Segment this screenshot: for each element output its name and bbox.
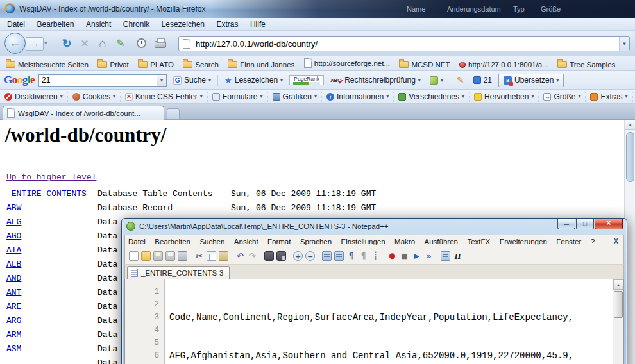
webdev-quelltext[interactable]: Quelltext: [633, 92, 635, 102]
home-button[interactable]: [95, 37, 110, 51]
close-document-x-icon[interactable]: [614, 237, 618, 245]
macro-stop-icon[interactable]: [400, 251, 409, 261]
tab-wsgidav[interactable]: WsgiDAV - Index of /world-db/count...: [3, 106, 164, 120]
search-history-dropdown-icon[interactable]: [157, 75, 166, 86]
copy-icon[interactable]: [207, 251, 216, 261]
tab-bar-stub[interactable]: [167, 108, 180, 120]
translate-button[interactable]: Übersetzen: [498, 74, 564, 87]
webdev-css[interactable]: Keine CSS-Fehler: [121, 92, 208, 102]
show-all-chars-icon[interactable]: [359, 251, 368, 261]
entry-link[interactable]: ABW: [6, 203, 21, 213]
google-search-button[interactable]: Suche: [171, 74, 214, 86]
npp-menu-ausfuehren[interactable]: Ausführen: [421, 236, 461, 247]
bookmark-mcsd[interactable]: MCSD.NET: [396, 59, 453, 70]
reload-button[interactable]: [59, 37, 74, 51]
counter-widget[interactable]: 21: [471, 74, 495, 86]
paste-icon[interactable]: [219, 251, 228, 261]
save-all-icon[interactable]: [165, 251, 175, 261]
bookmark-most-visited[interactable]: Meistbesuchte Seiten: [3, 59, 92, 70]
npp-menu-ansicht[interactable]: Ansicht: [231, 236, 262, 247]
entry-link[interactable]: ARG: [6, 316, 21, 326]
entry-link[interactable]: ARE: [6, 302, 21, 311]
menu-hilfe[interactable]: Hilfe: [246, 18, 270, 31]
quill-extension-icon[interactable]: [113, 37, 128, 51]
entry-link[interactable]: AND: [6, 274, 21, 283]
cut-icon[interactable]: [194, 251, 204, 261]
close-button[interactable]: [595, 219, 623, 229]
up-to-higher-level-link[interactable]: Up to higher level: [6, 172, 96, 182]
open-file-icon[interactable]: [141, 251, 151, 261]
word-wrap-icon[interactable]: [346, 251, 356, 261]
bookmark-finn-und-jannes[interactable]: Finn und Jannes: [224, 59, 298, 70]
webdev-groesse[interactable]: Größe: [539, 92, 586, 102]
sidewiki-button[interactable]: [427, 75, 446, 86]
zoom-in-icon[interactable]: [293, 251, 303, 261]
menu-chronik[interactable]: Chronik: [119, 18, 154, 31]
entire-contents-link[interactable]: _ENTIRE_CONTENTS: [6, 189, 87, 199]
scroll-up-arrow-icon[interactable]: [613, 279, 623, 290]
replace-icon[interactable]: [276, 251, 286, 261]
webdev-cookies[interactable]: Cookies: [68, 92, 121, 102]
webdev-deaktivieren[interactable]: Deaktivieren: [0, 92, 68, 102]
firefox-titlebar[interactable]: WsgiDAV - Index of /world-db/country/ - …: [0, 0, 635, 18]
pagerank-indicator[interactable]: PageRank: [289, 75, 324, 85]
npp-menu-format[interactable]: Format: [264, 236, 294, 247]
npp-menu-einstellungen[interactable]: Einstellungen: [338, 236, 389, 247]
webdev-formulare[interactable]: Formulare: [208, 92, 268, 102]
npp-menu-help[interactable]: ?: [588, 236, 598, 247]
sync-scroll-h-icon[interactable]: [334, 251, 344, 261]
zoom-out-icon[interactable]: [305, 251, 315, 261]
npp-menu-fenster[interactable]: Fenster: [553, 236, 584, 247]
npp-menu-bearbeiten[interactable]: Bearbeiten: [151, 236, 194, 247]
undo-icon[interactable]: [235, 251, 245, 261]
minimize-button[interactable]: [557, 219, 575, 229]
maximize-button[interactable]: [576, 219, 594, 229]
entry-link[interactable]: ARM: [6, 330, 21, 340]
highlighter-button[interactable]: [454, 74, 467, 87]
bookmark-search[interactable]: Search: [180, 59, 221, 70]
save-icon[interactable]: [153, 251, 163, 261]
bookmark-tree-samples[interactable]: Tree Samples: [554, 59, 618, 70]
entry-link[interactable]: ALB: [6, 260, 21, 269]
npp-menu-suchen[interactable]: Suchen: [196, 236, 228, 247]
menu-datei[interactable]: Datei: [3, 18, 30, 31]
menu-lesezeichen[interactable]: Lesezeichen: [157, 18, 209, 31]
macro-record-icon[interactable]: [387, 251, 397, 261]
bookmark-sourceforge[interactable]: http://sourceforge.net...: [301, 56, 393, 70]
url-bar[interactable]: http://127.0.0.1/world-db/country/: [178, 36, 630, 51]
indent-guide-icon[interactable]: [371, 251, 380, 261]
webdev-informationen[interactable]: Informationen: [322, 92, 394, 102]
back-button[interactable]: [4, 33, 26, 54]
sync-scroll-icon[interactable]: [322, 251, 332, 261]
npp-menu-erweiterungen[interactable]: Erweiterungen: [496, 236, 550, 247]
spellcheck-button[interactable]: ABCRechtschreibprüfung: [328, 74, 423, 86]
webdev-verschiedenes[interactable]: Verschiedenes: [394, 92, 470, 102]
npp-menu-datei[interactable]: Datei: [125, 236, 149, 247]
npp-menu-sprachen[interactable]: Sprachen: [297, 236, 335, 247]
function-list-icon[interactable]: [441, 251, 450, 261]
webdev-grafiken[interactable]: Grafiken: [268, 92, 322, 102]
entry-link[interactable]: AGO: [6, 231, 21, 241]
history-clock-icon[interactable]: [133, 37, 149, 51]
bookmark-privat[interactable]: Privat: [94, 59, 131, 70]
npp-menu-textfx[interactable]: TextFX: [464, 236, 493, 247]
npp-menu-makro[interactable]: Makro: [391, 236, 418, 247]
macro-play-icon[interactable]: [412, 251, 421, 261]
url-dropdown-button[interactable]: [619, 37, 629, 51]
document-tab[interactable]: _ENTIRE_CONTENTS-3: [127, 266, 230, 279]
entry-link[interactable]: AIA: [6, 245, 21, 255]
google-bookmarks-button[interactable]: Lesezeichen: [222, 74, 285, 87]
url-text[interactable]: http://127.0.0.1/world-db/country/: [196, 39, 318, 49]
entry-link[interactable]: ANT: [6, 288, 21, 297]
forward-button[interactable]: [26, 37, 44, 51]
menu-bearbeiten[interactable]: Bearbeiten: [32, 18, 78, 31]
scroll-up-arrow-icon[interactable]: [625, 120, 635, 130]
entry-link[interactable]: AFG: [6, 217, 21, 227]
menu-ansicht[interactable]: Ansicht: [81, 18, 115, 31]
webdev-extras[interactable]: Extras: [586, 92, 632, 102]
google-search-box[interactable]: [38, 74, 167, 87]
redo-icon[interactable]: [248, 251, 257, 261]
history-dropdown-icon[interactable]: [44, 40, 47, 46]
stop-button[interactable]: [77, 37, 92, 51]
webdev-hervorheben[interactable]: Hervorheben: [470, 92, 539, 102]
